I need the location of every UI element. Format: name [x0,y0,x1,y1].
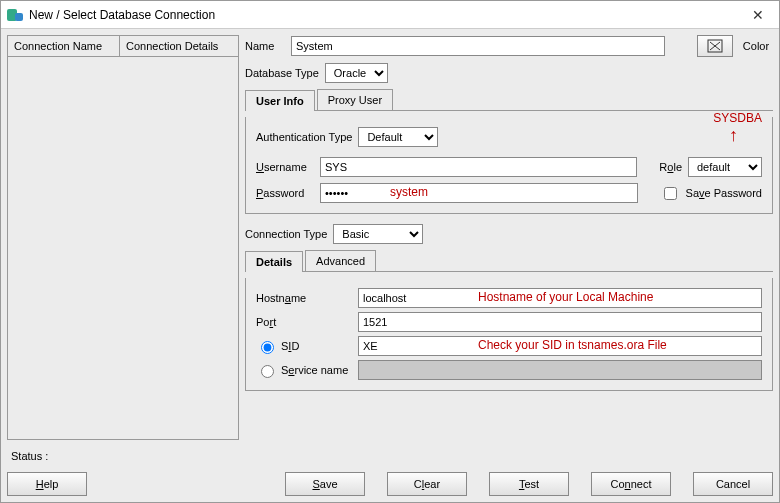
name-label: Name [245,40,285,52]
conn-tabs: Details Advanced [245,250,773,272]
service-radio-row: Service name [256,362,352,378]
status-label: Status : [11,450,48,462]
authtype-label: Authentication Type [256,131,352,143]
button-bar: Help Save Clear Test Connect Cancel [1,466,779,502]
color-button[interactable] [697,35,733,57]
save-password-label: Save Password [686,187,762,199]
username-input[interactable] [320,157,637,177]
details-group: Hostname Hostname of your Local Machine … [245,278,773,391]
service-input [358,360,762,380]
sid-input[interactable] [358,336,762,356]
save-button[interactable]: Save [285,472,365,496]
service-label: Service name [281,364,348,376]
dbtype-label: Database Type [245,67,319,79]
color-label: Color [739,40,773,52]
password-label: Password [256,187,314,199]
sid-radio[interactable] [261,341,274,354]
tab-advanced[interactable]: Advanced [305,250,376,271]
name-input[interactable] [291,36,665,56]
window-title: New / Select Database Connection [29,8,743,22]
hostname-input[interactable] [358,288,762,308]
sid-radio-row: SID [256,338,352,354]
dialog-window: New / Select Database Connection ✕ Conne… [0,0,780,503]
test-button[interactable]: Test [489,472,569,496]
password-input[interactable] [320,183,638,203]
connect-button[interactable]: Connect [591,472,671,496]
clear-button[interactable]: Clear [387,472,467,496]
role-select[interactable]: default [688,157,762,177]
user-info-group: SYSDBA ↑ Authentication Type Default Use… [245,117,773,214]
auth-tabs: User Info Proxy User [245,89,773,111]
username-label: Username [256,161,314,173]
dbtype-select[interactable]: Oracle [325,63,388,83]
connections-panel: Connection Name Connection Details [7,35,239,440]
help-button[interactable]: Help [7,472,87,496]
close-icon[interactable]: ✕ [743,7,773,23]
authtype-select[interactable]: Default [358,127,438,147]
save-password-checkbox[interactable] [664,187,677,200]
color-swatch-icon [707,39,723,53]
tab-details[interactable]: Details [245,251,303,272]
annot-sysdba: SYSDBA [713,111,762,125]
port-input[interactable] [358,312,762,332]
col-connection-name[interactable]: Connection Name [8,36,120,56]
sid-label: SID [281,340,299,352]
titlebar: New / Select Database Connection ✕ [1,1,779,29]
port-label: Port [256,316,352,328]
status-bar: Status : [1,446,779,466]
col-connection-details[interactable]: Connection Details [120,36,238,56]
cancel-button[interactable]: Cancel [693,472,773,496]
app-icon [7,7,23,23]
conntype-label: Connection Type [245,228,327,240]
service-radio[interactable] [261,365,274,378]
tab-proxy-user[interactable]: Proxy User [317,89,393,110]
connections-list[interactable] [7,57,239,440]
hostname-label: Hostname [256,292,352,304]
conntype-select[interactable]: Basic [333,224,423,244]
role-label: Role [659,161,682,173]
tab-user-info[interactable]: User Info [245,90,315,111]
